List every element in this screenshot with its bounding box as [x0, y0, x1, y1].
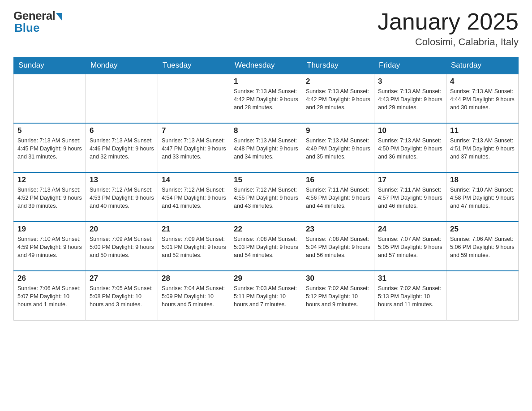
day-number: 29 [234, 274, 298, 283]
calendar-cell: 11Sunrise: 7:13 AM Sunset: 4:51 PM Dayli… [446, 123, 519, 172]
day-number: 13 [90, 176, 154, 184]
day-number: 7 [162, 126, 226, 135]
day-number: 8 [234, 126, 298, 135]
day-number: 20 [90, 225, 154, 234]
day-number: 10 [378, 126, 442, 135]
day-info: Sunrise: 7:09 AM Sunset: 5:00 PM Dayligh… [90, 235, 154, 259]
calendar-cell: 7Sunrise: 7:13 AM Sunset: 4:47 PM Daylig… [158, 123, 230, 172]
day-number: 4 [450, 77, 515, 86]
day-info: Sunrise: 7:02 AM Sunset: 5:13 PM Dayligh… [378, 284, 442, 308]
month-title: January 2025 [378, 9, 519, 34]
calendar-table: SundayMondayTuesdayWednesdayThursdayFrid… [13, 57, 519, 321]
calendar-cell: 25Sunrise: 7:06 AM Sunset: 5:06 PM Dayli… [446, 222, 519, 271]
day-number: 24 [378, 225, 442, 234]
day-info: Sunrise: 7:13 AM Sunset: 4:45 PM Dayligh… [17, 137, 82, 161]
day-number: 21 [162, 225, 226, 234]
calendar-week-row: 1Sunrise: 7:13 AM Sunset: 4:42 PM Daylig… [14, 74, 519, 123]
day-info: Sunrise: 7:11 AM Sunset: 4:56 PM Dayligh… [306, 186, 370, 210]
calendar-cell: 3Sunrise: 7:13 AM Sunset: 4:43 PM Daylig… [374, 74, 446, 123]
calendar-cell: 22Sunrise: 7:08 AM Sunset: 5:03 PM Dayli… [230, 222, 302, 271]
title-block: January 2025 Colosimi, Calabria, Italy [378, 9, 519, 48]
day-number: 12 [17, 176, 82, 184]
calendar-cell: 4Sunrise: 7:13 AM Sunset: 4:44 PM Daylig… [446, 74, 519, 123]
calendar-cell: 16Sunrise: 7:11 AM Sunset: 4:56 PM Dayli… [302, 172, 374, 222]
logo-blue-text: Blue [14, 21, 39, 35]
logo-arrow-icon [56, 13, 62, 21]
day-info: Sunrise: 7:13 AM Sunset: 4:50 PM Dayligh… [378, 137, 442, 161]
calendar-header-row: SundayMondayTuesdayWednesdayThursdayFrid… [14, 57, 519, 74]
day-info: Sunrise: 7:08 AM Sunset: 5:03 PM Dayligh… [234, 235, 298, 259]
day-info: Sunrise: 7:13 AM Sunset: 4:42 PM Dayligh… [306, 87, 370, 111]
day-number: 27 [90, 274, 154, 283]
calendar-cell: 10Sunrise: 7:13 AM Sunset: 4:50 PM Dayli… [374, 123, 446, 172]
calendar-cell [14, 74, 86, 123]
calendar-cell: 14Sunrise: 7:12 AM Sunset: 4:54 PM Dayli… [158, 172, 230, 222]
calendar-cell: 18Sunrise: 7:10 AM Sunset: 4:58 PM Dayli… [446, 172, 519, 222]
day-info: Sunrise: 7:13 AM Sunset: 4:49 PM Dayligh… [306, 137, 370, 161]
day-info: Sunrise: 7:09 AM Sunset: 5:01 PM Dayligh… [162, 235, 226, 259]
calendar-week-row: 19Sunrise: 7:10 AM Sunset: 4:59 PM Dayli… [14, 222, 519, 271]
day-info: Sunrise: 7:13 AM Sunset: 4:46 PM Dayligh… [90, 137, 154, 161]
day-info: Sunrise: 7:05 AM Sunset: 5:08 PM Dayligh… [90, 284, 154, 308]
day-info: Sunrise: 7:06 AM Sunset: 5:06 PM Dayligh… [450, 235, 515, 259]
day-number: 31 [378, 274, 442, 283]
page-header: General Blue January 2025 Colosimi, Cala… [13, 9, 519, 48]
calendar-day-header: Thursday [302, 57, 374, 74]
day-number: 2 [306, 77, 370, 86]
calendar-day-header: Sunday [14, 57, 86, 74]
calendar-cell: 26Sunrise: 7:06 AM Sunset: 5:07 PM Dayli… [14, 271, 86, 320]
day-number: 26 [17, 274, 82, 283]
calendar-cell: 9Sunrise: 7:13 AM Sunset: 4:49 PM Daylig… [302, 123, 374, 172]
calendar-week-row: 12Sunrise: 7:13 AM Sunset: 4:52 PM Dayli… [14, 172, 519, 222]
day-info: Sunrise: 7:06 AM Sunset: 5:07 PM Dayligh… [17, 284, 82, 308]
day-info: Sunrise: 7:08 AM Sunset: 5:04 PM Dayligh… [306, 235, 370, 259]
day-info: Sunrise: 7:13 AM Sunset: 4:52 PM Dayligh… [17, 186, 82, 210]
calendar-day-header: Friday [374, 57, 446, 74]
calendar-cell: 1Sunrise: 7:13 AM Sunset: 4:42 PM Daylig… [230, 74, 302, 123]
day-info: Sunrise: 7:11 AM Sunset: 4:57 PM Dayligh… [378, 186, 442, 210]
day-info: Sunrise: 7:13 AM Sunset: 4:51 PM Dayligh… [450, 137, 515, 161]
day-number: 22 [234, 225, 298, 234]
day-number: 18 [450, 176, 515, 184]
calendar-cell: 8Sunrise: 7:13 AM Sunset: 4:48 PM Daylig… [230, 123, 302, 172]
location-text: Colosimi, Calabria, Italy [378, 36, 519, 48]
calendar-day-header: Monday [86, 57, 158, 74]
calendar-cell [158, 74, 230, 123]
day-number: 1 [234, 77, 298, 86]
day-info: Sunrise: 7:12 AM Sunset: 4:54 PM Dayligh… [162, 186, 226, 210]
day-info: Sunrise: 7:12 AM Sunset: 4:55 PM Dayligh… [234, 186, 298, 210]
calendar-cell [446, 271, 519, 320]
calendar-cell: 21Sunrise: 7:09 AM Sunset: 5:01 PM Dayli… [158, 222, 230, 271]
calendar-cell: 5Sunrise: 7:13 AM Sunset: 4:45 PM Daylig… [14, 123, 86, 172]
day-number: 19 [17, 225, 82, 234]
day-info: Sunrise: 7:10 AM Sunset: 4:59 PM Dayligh… [17, 235, 82, 259]
day-info: Sunrise: 7:03 AM Sunset: 5:11 PM Dayligh… [234, 284, 298, 308]
calendar-cell [86, 74, 158, 123]
day-info: Sunrise: 7:13 AM Sunset: 4:43 PM Dayligh… [378, 87, 442, 111]
day-number: 11 [450, 126, 515, 135]
calendar-cell: 24Sunrise: 7:07 AM Sunset: 5:05 PM Dayli… [374, 222, 446, 271]
day-info: Sunrise: 7:13 AM Sunset: 4:48 PM Dayligh… [234, 137, 298, 161]
calendar-cell: 28Sunrise: 7:04 AM Sunset: 5:09 PM Dayli… [158, 271, 230, 320]
calendar-week-row: 26Sunrise: 7:06 AM Sunset: 5:07 PM Dayli… [14, 271, 519, 320]
day-number: 5 [17, 126, 82, 135]
day-info: Sunrise: 7:10 AM Sunset: 4:58 PM Dayligh… [450, 186, 515, 210]
calendar-cell: 30Sunrise: 7:02 AM Sunset: 5:12 PM Dayli… [302, 271, 374, 320]
day-number: 17 [378, 176, 442, 184]
calendar-cell: 12Sunrise: 7:13 AM Sunset: 4:52 PM Dayli… [14, 172, 86, 222]
day-number: 28 [162, 274, 226, 283]
day-number: 30 [306, 274, 370, 283]
calendar-cell: 6Sunrise: 7:13 AM Sunset: 4:46 PM Daylig… [86, 123, 158, 172]
day-info: Sunrise: 7:13 AM Sunset: 4:42 PM Dayligh… [234, 87, 298, 111]
day-number: 16 [306, 176, 370, 184]
day-info: Sunrise: 7:12 AM Sunset: 4:53 PM Dayligh… [90, 186, 154, 210]
calendar-cell: 20Sunrise: 7:09 AM Sunset: 5:00 PM Dayli… [86, 222, 158, 271]
calendar-day-header: Wednesday [230, 57, 302, 74]
day-number: 15 [234, 176, 298, 184]
calendar-day-header: Tuesday [158, 57, 230, 74]
day-number: 23 [306, 225, 370, 234]
day-info: Sunrise: 7:13 AM Sunset: 4:47 PM Dayligh… [162, 137, 226, 161]
day-info: Sunrise: 7:02 AM Sunset: 5:12 PM Dayligh… [306, 284, 370, 308]
calendar-cell: 23Sunrise: 7:08 AM Sunset: 5:04 PM Dayli… [302, 222, 374, 271]
day-info: Sunrise: 7:04 AM Sunset: 5:09 PM Dayligh… [162, 284, 226, 308]
